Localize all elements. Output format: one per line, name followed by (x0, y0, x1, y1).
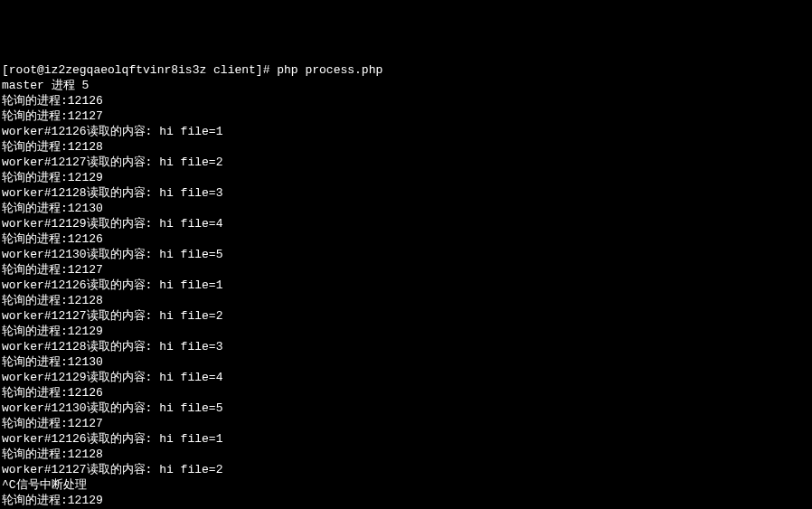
terminal-line: 轮询的进程:12129 (2, 170, 810, 185)
terminal-line: worker#12128读取的内容: hi file=3 (2, 339, 810, 354)
terminal-line: 轮询的进程:12127 (2, 108, 810, 124)
terminal-line: 轮询的进程:12128 (2, 447, 810, 462)
terminal-line: master 进程 5 (2, 78, 810, 93)
terminal-output[interactable]: [root@iz2zegqaeolqftvinr8is3z client]# p… (2, 62, 810, 509)
terminal-line: 轮询的进程:12129 (2, 493, 810, 508)
terminal-line: 轮询的进程:12128 (2, 293, 810, 308)
terminal-line: 轮询的进程:12126 (2, 231, 810, 247)
terminal-line: [root@iz2zegqaeolqftvinr8is3z client]# p… (2, 62, 810, 78)
terminal-line: 轮询的进程:12129 (2, 324, 810, 339)
terminal-line: worker#12126读取的内容: hi file=1 (2, 431, 810, 447)
terminal-line: worker#12127读取的内容: hi file=2 (2, 308, 810, 324)
terminal-line: worker#12130读取的内容: hi file=5 (2, 401, 810, 416)
terminal-line: 轮询的进程:12126 (2, 385, 810, 401)
terminal-line: worker#12126读取的内容: hi file=1 (2, 124, 810, 139)
terminal-line: worker#12130读取的内容: hi file=5 (2, 247, 810, 262)
terminal-line: worker#12129读取的内容: hi file=4 (2, 216, 810, 231)
terminal-line: worker#12128读取的内容: hi file=3 (2, 185, 810, 201)
terminal-line: 轮询的进程:12130 (2, 201, 810, 216)
terminal-line: 轮询的进程:12127 (2, 416, 810, 431)
terminal-line: worker#12127读取的内容: hi file=2 (2, 155, 810, 170)
terminal-line: 轮询的进程:12130 (2, 354, 810, 370)
terminal-line: worker#12126读取的内容: hi file=1 (2, 278, 810, 293)
terminal-line: 轮询的进程:12128 (2, 139, 810, 155)
terminal-line: worker#12129读取的内容: hi file=4 (2, 370, 810, 385)
terminal-line: ^C信号中断处理 (2, 477, 810, 493)
terminal-line: 轮询的进程:12126 (2, 93, 810, 108)
terminal-line: 轮询的进程:12127 (2, 262, 810, 278)
terminal-line: worker#12127读取的内容: hi file=2 (2, 462, 810, 477)
